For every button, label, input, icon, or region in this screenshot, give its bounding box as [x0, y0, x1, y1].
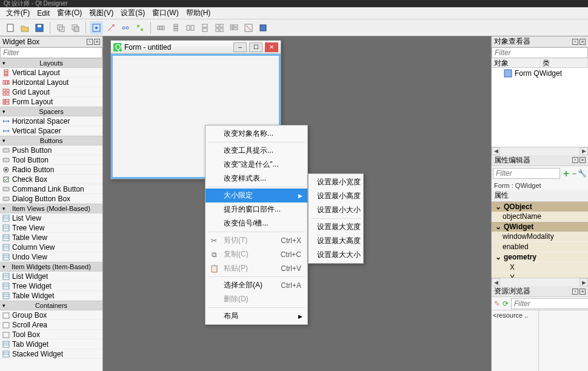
prop-objectname[interactable]: objectName [492, 212, 588, 222]
context-item[interactable]: 改变工具提示... [205, 144, 307, 158]
edit-buddies-icon[interactable] [119, 21, 132, 35]
menu-edit[interactable]: Edit [33, 8, 53, 19]
widget-item[interactable]: List View [0, 213, 102, 223]
object-tree-root[interactable]: Form QWidget [492, 68, 588, 79]
scrollbar-h[interactable]: ◀▶ [492, 147, 588, 155]
widget-item[interactable]: Group Box [0, 310, 102, 320]
context-item[interactable]: 布局▶ [205, 309, 307, 323]
context-item[interactable]: 大小限定▶ [205, 189, 307, 202]
edit-tab-order-icon[interactable] [133, 21, 147, 35]
widget-item[interactable]: Table Widget [0, 291, 102, 301]
bring-front-icon[interactable] [68, 21, 82, 35]
context-item[interactable]: 改变对象名称... [205, 127, 307, 141]
widget-section-layouts[interactable]: ▾Layouts [0, 58, 102, 68]
context-subitem[interactable]: 设置最小大小 [309, 203, 363, 217]
layout-grid-icon[interactable] [213, 21, 226, 35]
edit-signals-icon[interactable] [104, 21, 118, 35]
menu-settings[interactable]: 设置(S) [117, 7, 149, 19]
widget-box-filter[interactable] [0, 47, 102, 58]
reload-resource-icon[interactable]: ⟳ [503, 299, 509, 308]
close-icon[interactable]: ✕ [265, 42, 278, 52]
dock-float-icon[interactable]: ▫ [87, 39, 93, 45]
widget-item[interactable]: Tree Widget [0, 281, 102, 291]
widget-item[interactable]: Dialog Button Box [0, 194, 102, 204]
widget-box-list[interactable]: ▾LayoutsVertical LayoutHorizontal Layout… [0, 58, 102, 371]
open-file-icon[interactable] [18, 21, 32, 35]
break-layout-icon[interactable] [242, 21, 255, 35]
save-file-icon[interactable] [33, 21, 46, 35]
widget-section-containers[interactable]: ▾Containers [0, 301, 102, 310]
widget-item[interactable]: Vertical Spacer [0, 126, 102, 136]
property-group-qobject[interactable]: ⌄QObject [492, 202, 588, 212]
widget-item[interactable]: Tab Widget [0, 339, 102, 349]
context-item[interactable]: 提升的窗口部件... [205, 202, 307, 216]
widget-item[interactable]: Stacked Widget [0, 349, 102, 359]
edit-widgets-icon[interactable] [90, 21, 103, 35]
layout-hsplit-icon[interactable] [184, 21, 197, 35]
widget-item[interactable]: List Widget [0, 272, 102, 281]
prop-enabled[interactable]: enabled [492, 242, 588, 252]
layout-v-icon[interactable] [169, 21, 182, 35]
widget-item[interactable]: Undo View [0, 252, 102, 262]
resource-filter[interactable] [511, 298, 588, 309]
widget-item[interactable]: Tool Button [0, 155, 102, 165]
config-icon[interactable]: 🔧 [578, 169, 587, 178]
context-subitem[interactable]: 设置最小高度 [309, 189, 363, 203]
context-submenu[interactable]: 设置最小宽度设置最小高度设置最小大小设置最大宽度设置最大高度设置最大大小 [308, 173, 364, 264]
dock-float-icon[interactable]: ▫ [572, 39, 578, 45]
widget-item[interactable]: Radio Button [0, 165, 102, 175]
widget-item[interactable]: Tool Box [0, 330, 102, 339]
send-back-icon[interactable] [54, 21, 67, 35]
prop-geometry-x[interactable]: X [492, 262, 588, 273]
widget-item[interactable]: Horizontal Layout [0, 78, 102, 87]
menu-help[interactable]: 帮助(H) [182, 7, 215, 19]
context-item[interactable]: 选择全部(A)Ctrl+A [205, 278, 307, 292]
context-subitem[interactable]: 设置最小宽度 [309, 175, 363, 189]
menu-form[interactable]: 窗体(O) [53, 7, 85, 19]
widget-item[interactable]: Form Layout [0, 97, 102, 107]
remove-property-icon[interactable]: – [572, 169, 576, 178]
widget-section-item-widgets-item-based-[interactable]: ▾Item Widgets (Item-Based) [0, 262, 102, 272]
context-subitem[interactable]: 设置最大宽度 [309, 220, 363, 234]
adjust-size-icon[interactable] [256, 21, 270, 35]
prop-geometry-y[interactable]: Y [492, 273, 588, 278]
dock-close-icon[interactable]: × [580, 39, 586, 45]
widget-item[interactable]: Vertical Layout [0, 68, 102, 78]
widget-section-item-views-model-based-[interactable]: ▾Item Views (Model-Based) [0, 204, 102, 213]
dock-float-icon[interactable]: ▫ [572, 157, 578, 163]
context-item[interactable]: 改变信号/槽... [205, 216, 307, 230]
menu-view[interactable]: 视图(V) [85, 7, 117, 19]
widget-item[interactable]: Horizontal Spacer [0, 116, 102, 126]
layout-form-icon[interactable] [227, 21, 241, 35]
dock-close-icon[interactable]: × [580, 157, 586, 163]
dock-close-icon[interactable]: × [94, 39, 100, 45]
widget-item[interactable]: Push Button [0, 145, 102, 155]
property-list[interactable]: 属性 ⌄QObject objectName ⌄QWidget windowMo… [492, 190, 588, 278]
resource-body[interactable]: <resource .. [492, 310, 588, 371]
edit-resource-icon[interactable]: ✎ [494, 299, 500, 308]
context-item[interactable]: 改变样式表... [205, 172, 307, 186]
layout-vsplit-icon[interactable] [198, 21, 212, 35]
widget-section-buttons[interactable]: ▾Buttons [0, 136, 102, 145]
resource-root[interactable]: <resource .. [492, 310, 539, 371]
layout-h-icon[interactable] [155, 21, 168, 35]
widget-item[interactable]: Command Link Button [0, 184, 102, 194]
dock-close-icon[interactable]: × [580, 289, 586, 295]
widget-item[interactable]: Check Box [0, 175, 102, 184]
object-col-class[interactable]: 类 [540, 58, 589, 67]
widget-section-spacers[interactable]: ▾Spacers [0, 107, 102, 116]
design-area[interactable]: Qt Form - untitled – ☐ ✕ 改变对象名称...改变工具提示… [103, 36, 491, 371]
scrollbar-h[interactable]: ◀▶ [492, 278, 588, 286]
context-subitem[interactable]: 设置最大大小 [309, 248, 363, 262]
dock-float-icon[interactable]: ▫ [572, 289, 578, 295]
property-filter[interactable] [493, 168, 560, 179]
maximize-icon[interactable]: ☐ [249, 42, 262, 52]
context-item[interactable]: 改变"这是什么"... [205, 158, 307, 172]
widget-item[interactable]: Grid Layout [0, 87, 102, 97]
prop-windowmodality[interactable]: windowModality [492, 232, 588, 242]
minimize-icon[interactable]: – [233, 42, 247, 52]
object-col-name[interactable]: 对象 [492, 58, 540, 67]
widget-item[interactable]: Column View [0, 242, 102, 252]
widget-item[interactable]: Table View [0, 233, 102, 242]
widget-item[interactable]: Tree View [0, 223, 102, 233]
